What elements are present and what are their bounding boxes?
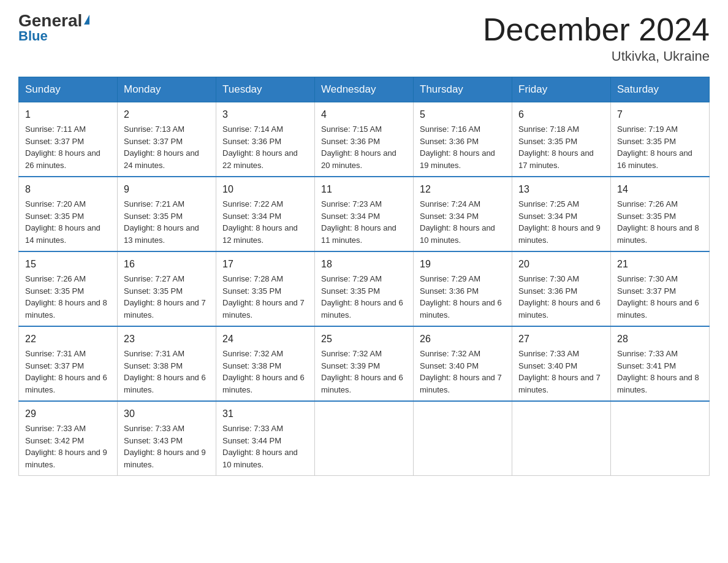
calendar-cell: 3 Sunrise: 7:14 AM Sunset: 3:36 PM Dayli…	[216, 102, 315, 177]
day-info: Sunrise: 7:29 AM Sunset: 3:35 PM Dayligh…	[321, 273, 407, 321]
calendar-cell: 10 Sunrise: 7:22 AM Sunset: 3:34 PM Dayl…	[216, 177, 315, 251]
calendar-cell: 26 Sunrise: 7:32 AM Sunset: 3:40 PM Dayl…	[414, 326, 512, 401]
day-number: 7	[617, 107, 703, 122]
calendar-cell: 7 Sunrise: 7:19 AM Sunset: 3:35 PM Dayli…	[611, 102, 710, 177]
day-number: 24	[222, 332, 308, 347]
day-info: Sunrise: 7:32 AM Sunset: 3:38 PM Dayligh…	[222, 348, 308, 396]
day-info: Sunrise: 7:14 AM Sunset: 3:36 PM Dayligh…	[222, 123, 308, 171]
day-info: Sunrise: 7:23 AM Sunset: 3:34 PM Dayligh…	[321, 198, 407, 246]
calendar-cell: 23 Sunrise: 7:31 AM Sunset: 3:38 PM Dayl…	[118, 326, 216, 401]
calendar-cell	[611, 401, 710, 476]
day-number: 23	[124, 332, 210, 347]
calendar-cell: 30 Sunrise: 7:33 AM Sunset: 3:43 PM Dayl…	[118, 401, 216, 476]
col-saturday: Saturday	[611, 77, 710, 102]
day-info: Sunrise: 7:31 AM Sunset: 3:37 PM Dayligh…	[25, 348, 111, 396]
day-info: Sunrise: 7:24 AM Sunset: 3:34 PM Dayligh…	[420, 198, 506, 246]
week-row-4: 22 Sunrise: 7:31 AM Sunset: 3:37 PM Dayl…	[19, 326, 710, 401]
calendar-cell: 25 Sunrise: 7:32 AM Sunset: 3:39 PM Dayl…	[315, 326, 414, 401]
day-info: Sunrise: 7:27 AM Sunset: 3:35 PM Dayligh…	[124, 273, 210, 321]
calendar-cell: 18 Sunrise: 7:29 AM Sunset: 3:35 PM Dayl…	[315, 251, 414, 326]
calendar-cell: 16 Sunrise: 7:27 AM Sunset: 3:35 PM Dayl…	[118, 251, 216, 326]
col-friday: Friday	[512, 77, 611, 102]
day-info: Sunrise: 7:28 AM Sunset: 3:35 PM Dayligh…	[222, 273, 308, 321]
calendar-cell: 2 Sunrise: 7:13 AM Sunset: 3:37 PM Dayli…	[118, 102, 216, 177]
day-number: 14	[617, 182, 703, 197]
calendar-cell: 31 Sunrise: 7:33 AM Sunset: 3:44 PM Dayl…	[216, 401, 315, 476]
day-info: Sunrise: 7:18 AM Sunset: 3:35 PM Dayligh…	[518, 123, 604, 171]
day-info: Sunrise: 7:11 AM Sunset: 3:37 PM Dayligh…	[25, 123, 111, 171]
day-info: Sunrise: 7:32 AM Sunset: 3:40 PM Dayligh…	[420, 348, 506, 396]
calendar-cell: 28 Sunrise: 7:33 AM Sunset: 3:41 PM Dayl…	[611, 326, 710, 401]
calendar-cell: 13 Sunrise: 7:25 AM Sunset: 3:34 PM Dayl…	[512, 177, 611, 251]
day-info: Sunrise: 7:20 AM Sunset: 3:35 PM Dayligh…	[25, 198, 111, 246]
day-info: Sunrise: 7:13 AM Sunset: 3:37 PM Dayligh…	[124, 123, 210, 171]
day-info: Sunrise: 7:21 AM Sunset: 3:35 PM Dayligh…	[124, 198, 210, 246]
day-number: 16	[124, 257, 210, 272]
day-info: Sunrise: 7:31 AM Sunset: 3:38 PM Dayligh…	[124, 348, 210, 396]
calendar-cell: 21 Sunrise: 7:30 AM Sunset: 3:37 PM Dayl…	[611, 251, 710, 326]
day-number: 1	[25, 107, 111, 122]
day-number: 26	[420, 332, 506, 347]
day-number: 27	[518, 332, 604, 347]
day-number: 25	[321, 332, 407, 347]
day-number: 29	[25, 407, 111, 421]
day-info: Sunrise: 7:25 AM Sunset: 3:34 PM Dayligh…	[518, 198, 604, 246]
week-row-3: 15 Sunrise: 7:26 AM Sunset: 3:35 PM Dayl…	[19, 251, 710, 326]
month-title: December 2024	[483, 12, 710, 47]
day-number: 13	[518, 182, 604, 197]
day-number: 22	[25, 332, 111, 347]
day-info: Sunrise: 7:32 AM Sunset: 3:39 PM Dayligh…	[321, 348, 407, 396]
day-number: 30	[124, 407, 210, 421]
day-info: Sunrise: 7:26 AM Sunset: 3:35 PM Dayligh…	[25, 273, 111, 321]
day-number: 9	[124, 182, 210, 197]
logo-general: General	[18, 12, 82, 29]
calendar-cell: 9 Sunrise: 7:21 AM Sunset: 3:35 PM Dayli…	[118, 177, 216, 251]
calendar-cell	[315, 401, 414, 476]
page-header: General Blue December 2024 Utkivka, Ukra…	[18, 12, 710, 64]
calendar-cell: 6 Sunrise: 7:18 AM Sunset: 3:35 PM Dayli…	[512, 102, 611, 177]
day-number: 8	[25, 182, 111, 197]
calendar-cell: 12 Sunrise: 7:24 AM Sunset: 3:34 PM Dayl…	[414, 177, 512, 251]
day-info: Sunrise: 7:19 AM Sunset: 3:35 PM Dayligh…	[617, 123, 703, 171]
day-number: 3	[222, 107, 308, 122]
day-number: 4	[321, 107, 407, 122]
calendar-cell: 5 Sunrise: 7:16 AM Sunset: 3:36 PM Dayli…	[414, 102, 512, 177]
calendar-cell: 19 Sunrise: 7:29 AM Sunset: 3:36 PM Dayl…	[414, 251, 512, 326]
calendar-cell: 22 Sunrise: 7:31 AM Sunset: 3:37 PM Dayl…	[19, 326, 118, 401]
day-info: Sunrise: 7:26 AM Sunset: 3:35 PM Dayligh…	[617, 198, 703, 246]
day-number: 5	[420, 107, 506, 122]
calendar-cell: 8 Sunrise: 7:20 AM Sunset: 3:35 PM Dayli…	[19, 177, 118, 251]
col-thursday: Thursday	[414, 77, 512, 102]
location-text: Utkivka, Ukraine	[483, 48, 710, 64]
calendar-cell: 24 Sunrise: 7:32 AM Sunset: 3:38 PM Dayl…	[216, 326, 315, 401]
day-info: Sunrise: 7:16 AM Sunset: 3:36 PM Dayligh…	[420, 123, 506, 171]
day-info: Sunrise: 7:29 AM Sunset: 3:36 PM Dayligh…	[420, 273, 506, 321]
day-number: 11	[321, 182, 407, 197]
day-number: 28	[617, 332, 703, 347]
logo: General Blue	[18, 12, 89, 44]
logo-blue-text: Blue	[18, 28, 48, 44]
calendar-cell: 11 Sunrise: 7:23 AM Sunset: 3:34 PM Dayl…	[315, 177, 414, 251]
day-number: 6	[518, 107, 604, 122]
day-number: 2	[124, 107, 210, 122]
week-row-1: 1 Sunrise: 7:11 AM Sunset: 3:37 PM Dayli…	[19, 102, 710, 177]
day-number: 18	[321, 257, 407, 272]
day-info: Sunrise: 7:33 AM Sunset: 3:42 PM Dayligh…	[25, 423, 111, 470]
col-monday: Monday	[118, 77, 216, 102]
day-number: 17	[222, 257, 308, 272]
day-number: 20	[518, 257, 604, 272]
calendar-cell: 20 Sunrise: 7:30 AM Sunset: 3:36 PM Dayl…	[512, 251, 611, 326]
day-info: Sunrise: 7:30 AM Sunset: 3:37 PM Dayligh…	[617, 273, 703, 321]
calendar-cell: 17 Sunrise: 7:28 AM Sunset: 3:35 PM Dayl…	[216, 251, 315, 326]
day-info: Sunrise: 7:33 AM Sunset: 3:44 PM Dayligh…	[222, 423, 308, 470]
calendar-cell	[512, 401, 611, 476]
day-info: Sunrise: 7:30 AM Sunset: 3:36 PM Dayligh…	[518, 273, 604, 321]
day-info: Sunrise: 7:33 AM Sunset: 3:40 PM Dayligh…	[518, 348, 604, 396]
calendar-cell: 15 Sunrise: 7:26 AM Sunset: 3:35 PM Dayl…	[19, 251, 118, 326]
col-sunday: Sunday	[19, 77, 118, 102]
day-number: 19	[420, 257, 506, 272]
week-row-2: 8 Sunrise: 7:20 AM Sunset: 3:35 PM Dayli…	[19, 177, 710, 251]
day-number: 15	[25, 257, 111, 272]
calendar-cell: 4 Sunrise: 7:15 AM Sunset: 3:36 PM Dayli…	[315, 102, 414, 177]
day-info: Sunrise: 7:33 AM Sunset: 3:41 PM Dayligh…	[617, 348, 703, 396]
